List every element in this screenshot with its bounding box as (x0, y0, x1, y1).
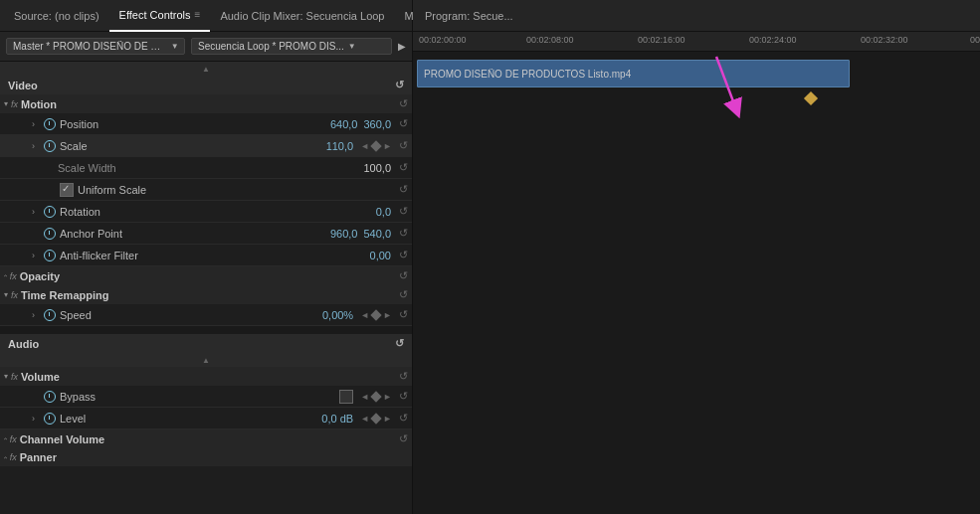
ruler-mark-5: 00:02:40:00 (970, 35, 980, 45)
tab-menu-icon[interactable]: ≡ (195, 9, 201, 20)
scale-width-row: Scale Width 100,0 ↺ (0, 157, 412, 179)
scale-width-value[interactable]: 100,0 (363, 162, 391, 174)
anti-flicker-expand[interactable]: › (32, 251, 44, 260)
scale-next-kf[interactable]: ► (383, 141, 392, 151)
effect-content[interactable]: ▲ Video ↺ ▾ fx Motion ↺ › Position (0, 62, 412, 514)
motion-reset[interactable]: ↺ (399, 97, 408, 110)
channel-volume-fx-badge: fx (10, 434, 17, 444)
anti-flicker-reset[interactable]: ↺ (399, 249, 408, 261)
seq-dropdown-arrow: ▼ (348, 42, 356, 51)
bypass-row: Bypass ◄ ► ↺ (0, 386, 412, 408)
speed-next-kf[interactable]: ► (383, 310, 392, 320)
timeline-ruler: 00:02:00:00 00:02:08:00 00:02:16:00 00:0… (413, 32, 980, 52)
level-kf-diamond[interactable] (370, 413, 381, 424)
scale-reset[interactable]: ↺ (399, 139, 408, 152)
position-stopwatch[interactable] (44, 118, 56, 130)
bypass-stopwatch[interactable] (44, 391, 56, 403)
level-value[interactable]: 0,0 dB (321, 413, 353, 425)
position-y-value[interactable]: 360,0 (363, 118, 391, 130)
rotation-stopwatch[interactable] (44, 206, 56, 218)
bypass-next-kf[interactable]: ► (383, 392, 392, 402)
scale-width-reset[interactable]: ↺ (399, 161, 408, 174)
channel-volume-chevron: › (1, 437, 10, 440)
tab-audio-clip-mixer[interactable]: Audio Clip Mixer: Secuencia Loop (210, 0, 394, 32)
speed-expand[interactable]: › (32, 310, 44, 320)
tab-source[interactable]: Source: (no clips) (4, 0, 109, 32)
rotation-value[interactable]: 0,0 (376, 206, 391, 218)
level-stopwatch[interactable] (44, 413, 56, 425)
rotation-row: › Rotation 0,0 ↺ (0, 201, 412, 223)
level-expand[interactable]: › (32, 414, 44, 424)
scale-stopwatch[interactable] (44, 140, 56, 152)
position-reset[interactable]: ↺ (399, 117, 408, 130)
audio-section-header: Audio ↺ (0, 334, 412, 353)
speed-stopwatch[interactable] (44, 309, 56, 321)
audio-reset-button[interactable]: ↺ (395, 337, 404, 350)
anti-flicker-value[interactable]: 0,00 (370, 250, 391, 261)
time-remapping-chevron: ▾ (4, 290, 8, 299)
master-dropdown-arrow: ▼ (171, 42, 178, 51)
clip-bar[interactable]: PROMO DISEÑO DE PRODUCTOS Listo.mp4 (417, 60, 850, 87)
panner-fx-badge: fx (10, 452, 17, 462)
rotation-reset[interactable]: ↺ (399, 205, 408, 218)
keyframe-diamond (804, 91, 818, 105)
level-prev-kf[interactable]: ◄ (360, 414, 369, 424)
level-next-kf[interactable]: ► (383, 414, 392, 424)
speed-kf-diamond[interactable] (370, 309, 381, 320)
motion-fx-badge: fx (11, 99, 18, 109)
scale-row: › Scale 110,0 ◄ ► ↺ (0, 135, 412, 157)
sequence-selector[interactable]: Secuencia Loop * PROMO DIS... ▼ (191, 38, 392, 55)
opacity-reset[interactable]: ↺ (399, 269, 408, 282)
scale-kf-diamond[interactable] (370, 140, 381, 151)
scale-value[interactable]: 110,0 (326, 140, 354, 152)
channel-volume-reset[interactable]: ↺ (399, 432, 408, 445)
bypass-checkbox[interactable] (339, 390, 353, 404)
anti-flicker-stopwatch[interactable] (44, 250, 56, 261)
bypass-kf-diamond[interactable] (370, 391, 381, 402)
ruler-mark-1: 00:02:08:00 (526, 35, 574, 45)
ruler-mark-3: 00:02:24:00 (749, 35, 797, 45)
source-header: Master * PROMO DISEÑO DE PRO... ▼ Secuen… (0, 32, 412, 62)
uniform-scale-reset[interactable]: ↺ (399, 183, 408, 196)
bypass-reset[interactable]: ↺ (399, 390, 408, 403)
anchor-x-value[interactable]: 960,0 (330, 228, 358, 240)
time-remapping-group-header[interactable]: ▾ fx Time Remapping ↺ (0, 285, 412, 304)
time-remapping-reset[interactable]: ↺ (399, 288, 408, 301)
rotation-expand[interactable]: › (32, 207, 44, 217)
master-selector[interactable]: Master * PROMO DISEÑO DE PRO... ▼ (6, 38, 185, 55)
speed-keyframe-controls: ◄ ► (359, 310, 393, 320)
position-expand[interactable]: › (32, 119, 44, 129)
position-x-value[interactable]: 640,0 (330, 118, 358, 130)
motion-group-header[interactable]: ▾ fx Motion ↺ (0, 94, 412, 113)
speed-prev-kf[interactable]: ◄ (360, 310, 369, 320)
timeline-content: PROMO DISEÑO DE PRODUCTOS Listo.mp4 (413, 52, 980, 514)
scale-keyframe-controls: ◄ ► (359, 141, 393, 151)
volume-group-header[interactable]: ▾ fx Volume ↺ (0, 367, 412, 386)
left-panel: Source: (no clips) Effect Controls ≡ Aud… (0, 0, 413, 514)
panner-group-header[interactable]: › fx Panner (0, 448, 412, 466)
opacity-group-header[interactable]: › fx Opacity ↺ (0, 266, 412, 285)
tab-bar: Source: (no clips) Effect Controls ≡ Aud… (0, 0, 412, 32)
uniform-scale-checkbox[interactable] (60, 183, 74, 197)
anchor-reset[interactable]: ↺ (399, 227, 408, 240)
anchor-stopwatch[interactable] (44, 228, 56, 240)
scroll-up-button[interactable]: ▲ (0, 62, 412, 76)
bypass-keyframe-controls: ◄ ► (359, 392, 393, 402)
tab-effect-controls[interactable]: Effect Controls ≡ (109, 0, 211, 32)
scale-expand[interactable]: › (32, 141, 44, 151)
scale-prev-kf[interactable]: ◄ (360, 141, 369, 151)
anti-flicker-row: › Anti-flicker Filter 0,00 ↺ (0, 245, 412, 266)
level-reset[interactable]: ↺ (399, 412, 408, 425)
speed-reset[interactable]: ↺ (399, 308, 408, 321)
speed-value[interactable]: 0,00% (322, 309, 353, 321)
channel-volume-group-header[interactable]: › fx Channel Volume ↺ (0, 429, 412, 448)
level-keyframe-controls: ◄ ► (359, 414, 393, 424)
anchor-y-value[interactable]: 540,0 (363, 228, 391, 240)
play-button[interactable]: ▶ (398, 41, 406, 52)
video-reset-button[interactable]: ↺ (395, 79, 404, 91)
opacity-chevron: › (1, 274, 10, 277)
time-remapping-fx-badge: fx (11, 290, 18, 300)
audio-scroll-up[interactable]: ▲ (0, 353, 412, 367)
volume-reset[interactable]: ↺ (399, 370, 408, 383)
bypass-prev-kf[interactable]: ◄ (360, 392, 369, 402)
